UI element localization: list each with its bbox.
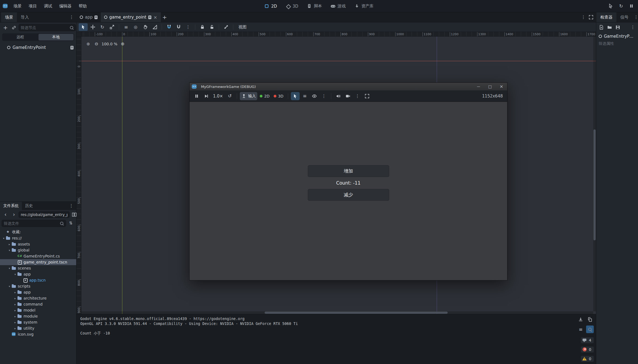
- expand-arrow-icon[interactable]: ▸: [13, 291, 17, 294]
- log-filter-badge[interactable]: 0: [581, 347, 594, 353]
- zoom-in-icon[interactable]: [120, 41, 126, 47]
- scene-filter-input[interactable]: [21, 25, 68, 30]
- workspace-tab[interactable]: 脚本: [303, 2, 326, 11]
- back-icon[interactable]: [2, 211, 9, 218]
- forward-icon[interactable]: [10, 211, 18, 218]
- minimize-icon[interactable]: [473, 83, 484, 90]
- file-tree-item[interactable]: game_entry_point.tscn: [0, 259, 76, 265]
- expand-arrow-icon[interactable]: ▾: [7, 249, 11, 252]
- expand-arrow-icon[interactable]: ▸: [13, 303, 17, 306]
- expand-arrow-icon[interactable]: ▸: [13, 315, 17, 318]
- menu-item[interactable]: 项目: [25, 0, 40, 12]
- audio-icon[interactable]: [334, 92, 343, 100]
- zoom-level[interactable]: 100.0 %: [102, 42, 117, 46]
- save-resource-icon[interactable]: [614, 23, 622, 31]
- unlock-icon[interactable]: [207, 23, 216, 31]
- ruler-icon[interactable]: [150, 23, 159, 31]
- inspected-node-row[interactable]: GameEntryPoint: [596, 32, 638, 40]
- copy-log-icon[interactable]: [586, 316, 594, 323]
- menu-item[interactable]: 帮助: [75, 0, 90, 12]
- expand-arrow-icon[interactable]: ▸: [7, 243, 11, 246]
- skeleton-icon[interactable]: [221, 23, 231, 31]
- file-tree-item[interactable]: icon.svg: [0, 331, 76, 337]
- workspace-tab[interactable]: 3D: [282, 2, 302, 11]
- sort-files-icon[interactable]: [67, 220, 75, 227]
- grid-snap-icon[interactable]: [174, 23, 183, 31]
- center-view-icon[interactable]: [85, 41, 91, 47]
- file-tree-item[interactable]: ▾ scripts: [0, 283, 76, 289]
- zoom-out-icon[interactable]: [93, 41, 99, 47]
- file-tree-item[interactable]: ▸ assets: [0, 241, 76, 247]
- scene-filter-field[interactable]: [19, 24, 76, 31]
- pan-icon[interactable]: [141, 23, 150, 31]
- select-mode-icon[interactable]: [291, 92, 300, 100]
- next-frame-icon[interactable]: [202, 92, 211, 100]
- file-tree-item[interactable]: ▸ utility: [0, 325, 76, 331]
- workspace-tab[interactable]: 游戏: [327, 2, 349, 11]
- reload-icon[interactable]: [617, 2, 625, 10]
- menu-item[interactable]: 编辑器: [56, 0, 75, 12]
- pause-icon[interactable]: [628, 2, 635, 10]
- pause-game-icon[interactable]: [192, 92, 201, 100]
- search-log-icon[interactable]: [586, 325, 594, 333]
- v-scroll-thumb[interactable]: [593, 129, 596, 240]
- list-select-icon[interactable]: [122, 23, 131, 31]
- dock-tab[interactable]: 历史: [22, 202, 36, 210]
- property-filter-input[interactable]: [599, 41, 636, 46]
- inspector-menu-icon[interactable]: [632, 13, 638, 21]
- file-tree-item[interactable]: 收藏:: [0, 229, 76, 235]
- menu-item[interactable]: 场景: [10, 0, 25, 12]
- new-resource-icon[interactable]: [598, 23, 605, 31]
- file-tree-item[interactable]: ▾ global: [0, 247, 76, 253]
- path-field[interactable]: [19, 211, 70, 218]
- new-scene-tab-button[interactable]: [161, 13, 169, 21]
- h-scrollbar[interactable]: [81, 311, 593, 314]
- load-resource-icon[interactable]: [606, 23, 613, 31]
- workspace-tab[interactable]: 资产库: [351, 2, 377, 11]
- move-tool-icon[interactable]: [88, 23, 97, 31]
- file-tree-item[interactable]: ▸ model: [0, 307, 76, 313]
- file-tree-item[interactable]: ▾ res://: [0, 235, 76, 241]
- input-toggle-button[interactable]: 输入: [240, 92, 257, 100]
- file-tree-item[interactable]: ▾ app: [0, 271, 76, 277]
- dock-tab[interactable]: 检查器: [596, 12, 616, 22]
- close-tab-icon[interactable]: [153, 15, 158, 19]
- pivot-icon[interactable]: [131, 23, 140, 31]
- log-filter-badge[interactable]: 4: [581, 337, 594, 343]
- expand-arrow-icon[interactable]: ▾: [7, 267, 11, 270]
- mode-2d-button[interactable]: 2D: [258, 92, 271, 100]
- expand-arrow-icon[interactable]: ▾: [2, 237, 6, 240]
- scene-tree-node[interactable]: GameEntryPoint: [0, 44, 76, 51]
- expand-arrow-icon[interactable]: ▸: [13, 321, 17, 324]
- rotate-tool-icon[interactable]: [98, 23, 107, 31]
- game-view[interactable]: 增加 Count: -11 减少: [190, 102, 507, 280]
- decrease-button[interactable]: 减少: [308, 189, 389, 201]
- instance-scene-button[interactable]: [10, 24, 18, 31]
- file-filter-field[interactable]: [2, 220, 66, 227]
- file-tree-item[interactable]: ▸ command: [0, 301, 76, 307]
- dock-tab[interactable]: 场景: [1, 12, 17, 22]
- add-node-button[interactable]: [2, 24, 9, 31]
- node-list-icon[interactable]: [300, 92, 309, 100]
- file-tree-item[interactable]: app.tscn: [0, 277, 76, 283]
- path-input[interactable]: [21, 212, 67, 217]
- dock-tab[interactable]: 导入: [17, 12, 33, 22]
- scale-tool-icon[interactable]: [107, 23, 116, 31]
- collapse-log-icon[interactable]: [577, 325, 584, 333]
- fullscreen-icon[interactable]: [363, 92, 371, 100]
- visibility-icon[interactable]: [310, 92, 319, 100]
- file-tree-item[interactable]: GameEntryPoint.cs: [0, 253, 76, 259]
- file-tree-item[interactable]: ▸ module: [0, 313, 76, 319]
- scene-tab-list-icon[interactable]: [580, 13, 587, 21]
- property-filter-field[interactable]: [596, 40, 638, 47]
- file-tree-item[interactable]: ▸ system: [0, 319, 76, 325]
- scene-tab[interactable]: game_entry_point: [101, 12, 161, 22]
- camera-options-icon[interactable]: [353, 92, 362, 100]
- dock-tab[interactable]: 文件系统: [0, 202, 22, 210]
- close-icon[interactable]: [496, 83, 507, 90]
- remote-tab[interactable]: 远程: [3, 34, 38, 40]
- mode-3d-button[interactable]: 3D: [272, 92, 285, 100]
- log-filter-badge[interactable]: 0: [581, 356, 594, 362]
- run-cursor-icon[interactable]: [607, 2, 615, 10]
- select-options-icon[interactable]: [320, 92, 328, 100]
